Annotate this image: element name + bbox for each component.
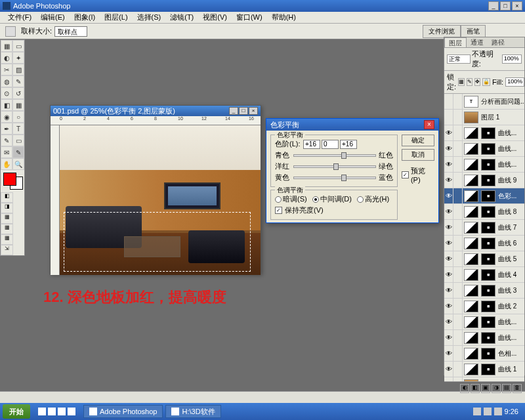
tab-channels[interactable]: 通道 bbox=[467, 37, 488, 47]
layer-visibility-icon[interactable]: 👁 bbox=[444, 220, 453, 236]
cancel-button[interactable]: 取消 bbox=[402, 149, 434, 161]
ql-icon-4[interactable] bbox=[68, 408, 75, 415]
layer-row-4[interactable]: 👁■曲线... bbox=[444, 157, 524, 173]
tool-move[interactable]: ▦ bbox=[1, 40, 12, 52]
tool-history[interactable]: ↺ bbox=[12, 87, 24, 99]
tool-gradient[interactable]: ▦ bbox=[12, 99, 24, 111]
tab-file-browser[interactable]: 文件浏览 bbox=[423, 25, 461, 38]
tool-blur[interactable]: ◉ bbox=[1, 111, 12, 123]
screenmode-1-icon[interactable]: ▦ bbox=[1, 213, 13, 224]
tool-marquee[interactable]: ▭ bbox=[12, 40, 24, 52]
layer-row-17[interactable]: 👁■曲线 1 bbox=[444, 362, 524, 377]
quick-launch[interactable] bbox=[33, 405, 81, 418]
level-magenta-green-input[interactable] bbox=[322, 140, 339, 149]
layer-list[interactable]: T分析画面问题...图层 1👁■曲线...👁■曲线...👁■曲线...👁■曲线 … bbox=[444, 94, 524, 381]
new-group-icon[interactable]: ▣ bbox=[481, 384, 490, 393]
layer-row-14[interactable]: 👁■曲线... bbox=[444, 314, 524, 330]
doc-maximize-button[interactable]: □ bbox=[239, 107, 248, 115]
lock-pixels-icon[interactable]: ✎ bbox=[467, 78, 472, 86]
tool-brush[interactable]: ✎ bbox=[12, 75, 24, 87]
lock-position-icon[interactable]: ✥ bbox=[474, 78, 480, 86]
tab-brushes[interactable]: 画笔 bbox=[461, 25, 486, 38]
yellow-blue-slider[interactable] bbox=[293, 177, 376, 179]
ruler-horizontal[interactable]: 0 2 4 6 8 10 12 14 16 bbox=[51, 116, 261, 125]
layer-row-7[interactable]: 👁■曲线 8 bbox=[444, 204, 524, 220]
shadows-radio[interactable] bbox=[275, 196, 282, 203]
cyan-red-slider[interactable] bbox=[293, 154, 376, 157]
ql-icon-1[interactable] bbox=[38, 408, 46, 415]
tab-paths[interactable]: 路径 bbox=[488, 37, 509, 47]
layer-visibility-icon[interactable]: 👁 bbox=[444, 236, 453, 251]
layer-visibility-icon[interactable]: 👁 bbox=[444, 188, 453, 204]
layer-row-13[interactable]: 👁■曲线 2 bbox=[444, 299, 524, 314]
layer-visibility-icon[interactable]: 👁 bbox=[444, 157, 453, 173]
doc-minimize-button[interactable]: _ bbox=[229, 107, 238, 115]
layer-row-1[interactable]: 图层 1 bbox=[444, 110, 524, 125]
tool-stamp[interactable]: ⊙ bbox=[1, 87, 12, 99]
fill-input[interactable]: 100% bbox=[505, 77, 524, 87]
menu-window[interactable]: 窗口(W) bbox=[232, 12, 266, 23]
layer-visibility-icon[interactable]: 👁 bbox=[444, 283, 453, 299]
layer-row-2[interactable]: 👁■曲线... bbox=[444, 125, 524, 141]
menu-help[interactable]: 帮助(H) bbox=[268, 12, 300, 23]
tab-layers[interactable]: 图层 bbox=[444, 37, 467, 47]
level-yellow-blue-input[interactable] bbox=[340, 140, 357, 149]
system-tray[interactable]: 9:26 bbox=[469, 408, 522, 415]
layer-row-0[interactable]: T分析画面问题... bbox=[444, 94, 524, 110]
layer-row-5[interactable]: 👁■曲线 9 bbox=[444, 173, 524, 188]
menu-image[interactable]: 图象(I) bbox=[70, 12, 99, 23]
tool-dodge[interactable]: ○ bbox=[12, 111, 24, 123]
menu-layer[interactable]: 图层(L) bbox=[100, 12, 131, 23]
layer-visibility-icon[interactable]: 👁 bbox=[444, 251, 453, 267]
preserve-luminosity-checkbox[interactable]: ✓ bbox=[275, 207, 282, 214]
highlights-radio[interactable] bbox=[357, 196, 364, 203]
tool-type[interactable]: T bbox=[12, 123, 24, 135]
layer-visibility-icon[interactable]: 👁 bbox=[444, 299, 453, 314]
layer-visibility-icon[interactable]: 👁 bbox=[444, 204, 453, 220]
layer-visibility-icon[interactable]: 👁 bbox=[444, 346, 453, 362]
layer-row-18[interactable]: 👁背景 bbox=[444, 377, 524, 381]
close-button[interactable]: × bbox=[512, 1, 522, 10]
start-button[interactable]: 开始 bbox=[3, 404, 30, 419]
preview-checkbox[interactable]: ✓ bbox=[402, 171, 409, 178]
tray-icon-1[interactable] bbox=[473, 408, 481, 415]
new-layer-icon[interactable]: ▤ bbox=[502, 384, 511, 393]
tool-pen[interactable]: ✎ bbox=[1, 135, 12, 146]
layer-visibility-icon[interactable]: 👁 bbox=[444, 362, 453, 377]
tray-icon-2[interactable] bbox=[484, 408, 492, 415]
dialog-close-button[interactable]: × bbox=[424, 120, 434, 129]
ql-icon-2[interactable] bbox=[48, 408, 56, 415]
layer-row-16[interactable]: 👁■色相... bbox=[444, 346, 524, 362]
opacity-input[interactable]: 100% bbox=[502, 54, 522, 64]
jump-icon[interactable]: ⇲ bbox=[1, 245, 13, 255]
screenmode-3-icon[interactable]: ▦ bbox=[1, 234, 13, 245]
minimize-button[interactable]: _ bbox=[488, 1, 499, 10]
tool-wand[interactable]: ✦ bbox=[12, 52, 24, 64]
layer-visibility-icon[interactable]: 👁 bbox=[444, 314, 453, 330]
layer-row-11[interactable]: 👁■曲线 4 bbox=[444, 267, 524, 283]
layer-row-8[interactable]: 👁■曲线 7 bbox=[444, 220, 524, 236]
maximize-button[interactable]: □ bbox=[500, 1, 511, 10]
lock-transparency-icon[interactable]: ▦ bbox=[458, 78, 465, 86]
tool-crop[interactable]: ✂ bbox=[1, 64, 12, 75]
screenmode-2-icon[interactable]: ▦ bbox=[1, 224, 13, 234]
tool-heal[interactable]: ◍ bbox=[1, 75, 12, 87]
layer-row-10[interactable]: 👁■曲线 5 bbox=[444, 251, 524, 267]
menu-edit[interactable]: 编辑(E) bbox=[37, 12, 69, 23]
menu-file[interactable]: 文件(F) bbox=[4, 12, 35, 23]
trash-icon[interactable]: 🗑 bbox=[513, 384, 522, 393]
layer-row-3[interactable]: 👁■曲线... bbox=[444, 141, 524, 157]
tool-eyedropper[interactable]: ✎ bbox=[12, 146, 24, 158]
level-cyan-red-input[interactable] bbox=[303, 140, 320, 149]
tool-notes[interactable]: ✉ bbox=[1, 146, 12, 158]
current-tool-icon[interactable] bbox=[5, 26, 16, 37]
doc-close-button[interactable]: × bbox=[249, 107, 258, 115]
ok-button[interactable]: 确定 bbox=[402, 135, 434, 146]
tool-path[interactable]: ✒ bbox=[1, 123, 12, 135]
tray-icon-3[interactable] bbox=[494, 408, 502, 415]
canvas[interactable] bbox=[60, 125, 261, 275]
tool-hand[interactable]: ✋ bbox=[1, 158, 12, 170]
quickmask-on-icon[interactable]: ◨ bbox=[1, 203, 13, 213]
color-swatches[interactable] bbox=[2, 171, 24, 191]
layer-visibility-icon[interactable] bbox=[444, 110, 453, 125]
